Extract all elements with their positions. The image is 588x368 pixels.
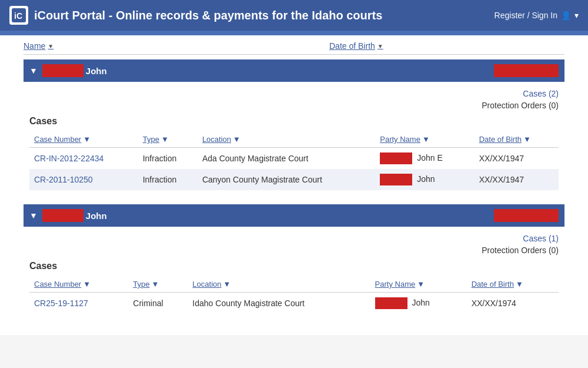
person2-cases-table: Case Number ▼ Type ▼ Location ▼ <box>29 276 559 314</box>
th-location-1[interactable]: Location ▼ <box>198 131 375 148</box>
person2-cases-links: Cases (1) <box>29 234 559 243</box>
person1-cases-section: Cases (2) Protection Orders (0) Cases Ca… <box>24 82 564 200</box>
table-row: CR-2011-10250 Infraction Canyon County M… <box>29 169 559 190</box>
case-type-cell: Infraction <box>138 148 198 170</box>
table-row: CR-IN-2012-22434 Infraction Ada County M… <box>29 148 559 170</box>
case-dob-cell: XX/XX/1974 <box>467 293 559 314</box>
th-party-name-sort-1: ▼ <box>422 135 430 144</box>
th-party-name-link-1[interactable]: Party Name <box>380 135 420 144</box>
th-location-link-2[interactable]: Location <box>192 280 221 289</box>
th-case-number-1[interactable]: Case Number ▼ <box>29 131 138 148</box>
col-header-dob[interactable]: Date of Birth ▼ <box>329 41 564 51</box>
case-location-cell: Idaho County Magistrate Court <box>188 293 370 314</box>
th-dob-sort-2: ▼ <box>516 280 523 289</box>
chevron-icon-1[interactable]: ▼ <box>29 66 38 75</box>
person1-dob-area <box>488 64 559 77</box>
person-row-2: ▼ John <box>24 204 564 227</box>
svg-text:iC: iC <box>14 11 22 21</box>
party-name-text: John E <box>417 153 443 163</box>
person1-name-text: John <box>86 66 107 76</box>
party-name-text: John <box>412 298 430 307</box>
name-col-label: Name <box>24 41 45 51</box>
main-content: Name ▼ Date of Birth ▼ ▼ John Cases (2) … <box>0 35 588 335</box>
case-location-cell: Ada County Magistrate Court <box>198 148 375 170</box>
case-party-cell: John <box>370 293 467 314</box>
th-location-sort-1: ▼ <box>233 135 240 144</box>
th-party-name-link-2[interactable]: Party Name <box>375 280 416 289</box>
th-type-1[interactable]: Type ▼ <box>138 131 198 148</box>
case-party-cell: John <box>375 169 474 190</box>
person1-cases-links: Cases (2) <box>29 89 559 98</box>
th-case-number-sort-1: ▼ <box>83 135 91 144</box>
col-header-name[interactable]: Name ▼ <box>24 41 329 51</box>
th-type-sort-1: ▼ <box>161 135 169 144</box>
person1-cases-table: Case Number ▼ Type ▼ Location ▼ <box>29 131 559 190</box>
case-number-link[interactable]: CR-2011-10250 <box>34 175 93 184</box>
person2-protection-orders: Protection Orders (0) <box>29 246 559 255</box>
table-row: CR25-19-1127 Criminal Idaho County Magis… <box>29 293 559 314</box>
app-logo: iC <box>9 6 28 25</box>
dob-sort-icon: ▼ <box>377 43 383 49</box>
case-number-link[interactable]: CR25-19-1127 <box>34 299 88 308</box>
person2-cases-link[interactable]: Cases (1) <box>523 234 559 243</box>
party-name-redacted <box>380 152 412 164</box>
th-party-name-sort-2: ▼ <box>417 280 425 289</box>
th-dob-link-2[interactable]: Date of Birth <box>472 280 514 289</box>
person2-cases-label: Cases <box>29 261 559 271</box>
name-sort-icon: ▼ <box>48 43 54 49</box>
case-location-cell: Canyon County Magistrate Court <box>198 169 375 190</box>
th-location-sort-2: ▼ <box>223 280 231 289</box>
user-icon: 👤 <box>561 11 571 20</box>
person2-name-text: John <box>86 211 107 221</box>
header-right: Register / Sign In 👤 ▾ <box>495 11 579 20</box>
person1-cases-label: Cases <box>29 116 559 127</box>
case-number-cell: CR-2011-10250 <box>29 169 138 190</box>
person2-dob-redacted <box>494 209 559 222</box>
case-number-link[interactable]: CR-IN-2012-22434 <box>34 154 103 163</box>
th-dob-sort-1: ▼ <box>523 135 531 144</box>
case-party-cell: John E <box>375 148 474 170</box>
person2-table-header-row: Case Number ▼ Type ▼ Location ▼ <box>29 276 559 293</box>
person-row-1: ▼ John <box>24 59 564 82</box>
th-dob-1[interactable]: Date of Birth ▼ <box>475 131 559 148</box>
person1-name-redacted <box>42 64 83 77</box>
case-number-cell: CR25-19-1127 <box>29 293 128 314</box>
th-location-2[interactable]: Location ▼ <box>188 276 370 293</box>
case-type-cell: Infraction <box>138 169 198 190</box>
th-type-2[interactable]: Type ▼ <box>128 276 188 293</box>
party-name-redacted <box>380 174 412 185</box>
th-dob-2[interactable]: Date of Birth ▼ <box>467 276 559 293</box>
person2-cases-section: Cases (1) Protection Orders (0) Cases Ca… <box>24 227 564 323</box>
th-type-link-2[interactable]: Type <box>133 280 149 289</box>
accent-bar <box>0 31 588 35</box>
app-title: iCourt Portal - Online records & payment… <box>34 9 382 22</box>
dropdown-icon[interactable]: ▾ <box>574 11 579 20</box>
person2-dob-area <box>488 209 559 222</box>
dob-col-label: Date of Birth <box>329 41 375 51</box>
th-type-link-1[interactable]: Type <box>143 135 159 144</box>
th-dob-link-1[interactable]: Date of Birth <box>479 135 522 144</box>
header-left: iC iCourt Portal - Online records & paym… <box>9 6 382 25</box>
person1-protection-orders: Protection Orders (0) <box>29 101 559 110</box>
th-type-sort-2: ▼ <box>151 280 159 289</box>
top-col-headers: Name ▼ Date of Birth ▼ <box>24 35 564 55</box>
th-case-number-sort-2: ▼ <box>83 280 91 289</box>
person1-cases-link[interactable]: Cases (2) <box>523 89 559 98</box>
th-case-number-link-1[interactable]: Case Number <box>34 135 81 144</box>
case-number-cell: CR-IN-2012-22434 <box>29 148 138 170</box>
person1-table-header-row: Case Number ▼ Type ▼ Location ▼ <box>29 131 559 148</box>
person2-name-redacted <box>42 209 83 222</box>
party-name-redacted <box>375 297 407 309</box>
person1-dob-redacted <box>494 64 559 77</box>
register-signin-link[interactable]: Register / Sign In <box>495 11 557 20</box>
th-party-name-1[interactable]: Party Name ▼ <box>375 131 474 148</box>
th-location-link-1[interactable]: Location <box>202 135 231 144</box>
party-name-text: John <box>417 174 435 184</box>
chevron-icon-2[interactable]: ▼ <box>29 211 38 220</box>
case-type-cell: Criminal <box>128 293 188 314</box>
app-header: iC iCourt Portal - Online records & paym… <box>0 0 588 31</box>
th-party-name-2[interactable]: Party Name ▼ <box>370 276 467 293</box>
case-dob-cell: XX/XX/1947 <box>475 148 559 170</box>
th-case-number-link-2[interactable]: Case Number <box>34 280 81 289</box>
th-case-number-2[interactable]: Case Number ▼ <box>29 276 128 293</box>
